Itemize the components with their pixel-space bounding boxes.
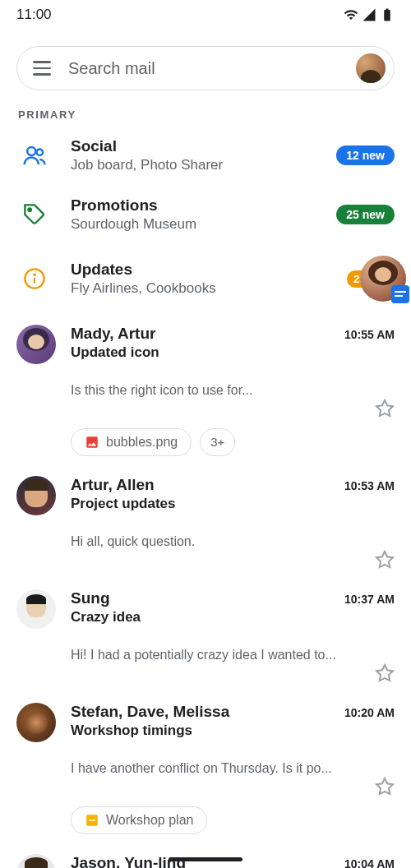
signal-icon xyxy=(362,7,376,22)
image-icon xyxy=(85,435,99,450)
category-updates[interactable]: Updates Fly Airlines, Cookbooks 23 xyxy=(0,244,411,313)
menu-icon[interactable] xyxy=(30,57,53,80)
battery-icon xyxy=(380,7,395,22)
badge-new: 25 new xyxy=(336,205,395,224)
email-time: 10:53 AM xyxy=(344,479,395,492)
email-preview: Is this the right icon to use for... xyxy=(71,383,368,398)
sender-avatar[interactable] xyxy=(16,589,56,629)
chat-head[interactable]: 23 xyxy=(360,256,406,302)
star-icon[interactable] xyxy=(375,663,395,683)
email-row[interactable]: Artur, Allen 10:53 AM Project updates Hi… xyxy=(0,464,411,578)
svg-point-2 xyxy=(28,208,31,210)
more-attachments-chip[interactable]: 3+ xyxy=(200,428,235,456)
email-preview: Hi all, quick question. xyxy=(71,534,368,549)
category-social[interactable]: Social Job board, Photo Sharer 12 new xyxy=(0,126,411,185)
attachment-name: bubbles.png xyxy=(106,435,178,450)
email-time: 10:37 AM xyxy=(344,593,395,606)
search-input[interactable]: Search mail xyxy=(68,59,356,78)
star-icon[interactable] xyxy=(375,550,395,570)
category-title: Social xyxy=(71,137,316,155)
category-promotions[interactable]: Promotions Sourdough Museum 25 new xyxy=(0,185,411,244)
email-sender: Stefan, Dave, Melissa xyxy=(71,703,229,721)
badge-new: 12 new xyxy=(336,145,395,165)
wifi-icon xyxy=(344,7,358,22)
tag-icon xyxy=(18,203,51,226)
category-subtitle: Job board, Photo Sharer xyxy=(71,157,316,173)
account-avatar[interactable] xyxy=(356,53,386,83)
status-bar: 11:00 xyxy=(0,0,411,26)
sender-avatar[interactable] xyxy=(16,854,56,868)
status-time: 11:00 xyxy=(16,7,52,23)
attachment-chip[interactable]: Workshop plan xyxy=(71,806,207,834)
svg-marker-9 xyxy=(376,778,393,794)
home-indicator[interactable] xyxy=(169,857,242,861)
star-icon[interactable] xyxy=(375,777,395,796)
email-subject: Project updates xyxy=(71,496,395,512)
email-subject: Updated icon xyxy=(71,344,395,361)
sender-avatar[interactable] xyxy=(16,476,56,515)
people-icon xyxy=(18,143,51,168)
status-icons xyxy=(344,7,395,22)
svg-marker-7 xyxy=(376,552,393,567)
category-subtitle: Sourdough Museum xyxy=(71,216,316,233)
category-subtitle: Fly Airlines, Cookbooks xyxy=(71,280,340,297)
email-time: 10:20 AM xyxy=(344,706,395,719)
section-header-primary: PRIMARY xyxy=(0,100,411,126)
email-time: 10:04 AM xyxy=(344,857,395,868)
svg-marker-6 xyxy=(376,400,393,416)
sender-avatar[interactable] xyxy=(16,325,56,364)
slides-icon xyxy=(85,813,99,828)
email-preview: I have another conflict on Thursday. Is … xyxy=(71,761,368,776)
sender-avatar[interactable] xyxy=(16,703,56,742)
star-icon[interactable] xyxy=(375,399,395,418)
message-icon xyxy=(391,285,409,303)
email-subject: Crazy idea xyxy=(71,609,395,626)
email-time: 10:55 AM xyxy=(344,328,395,341)
email-sender: Sung xyxy=(71,589,110,607)
attachment-name: Workshop plan xyxy=(106,813,193,828)
email-preview: Hi! I had a potentially crazy idea I wan… xyxy=(71,648,368,663)
email-row[interactable]: Sung 10:37 AM Crazy idea Hi! I had a pot… xyxy=(0,578,411,691)
email-row[interactable]: Mady, Artur 10:55 AM Updated icon Is thi… xyxy=(0,313,411,464)
email-sender: Artur, Allen xyxy=(71,476,155,494)
svg-point-0 xyxy=(27,147,35,155)
category-title: Updates xyxy=(71,261,340,279)
svg-marker-8 xyxy=(376,665,393,681)
search-bar[interactable]: Search mail xyxy=(16,46,395,90)
svg-point-1 xyxy=(37,150,44,156)
attachment-chip[interactable]: bubbles.png xyxy=(71,428,192,456)
email-subject: Workshop timings xyxy=(71,723,395,739)
email-row[interactable]: Jason, Yun-ling 10:04 AM [Time Sensitive… xyxy=(0,843,411,868)
email-row[interactable]: Stefan, Dave, Melissa 10:20 AM Workshop … xyxy=(0,691,411,843)
info-icon xyxy=(18,267,51,290)
category-title: Promotions xyxy=(71,196,316,215)
email-sender: Mady, Artur xyxy=(71,325,155,343)
